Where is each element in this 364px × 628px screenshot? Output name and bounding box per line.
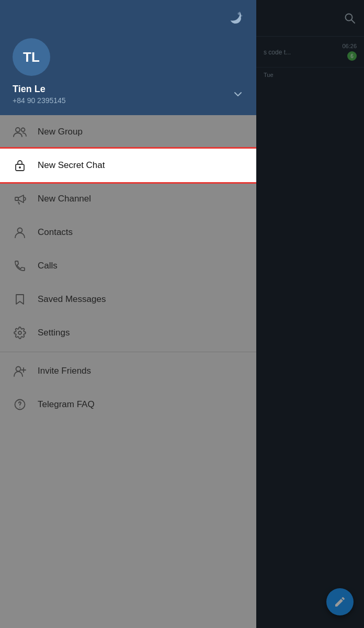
calls-label: Calls <box>38 261 58 271</box>
group-icon <box>13 125 27 139</box>
menu-item-calls[interactable]: Calls <box>0 249 256 283</box>
menu-item-settings[interactable]: Settings <box>0 316 256 350</box>
lock-icon <box>13 158 27 173</box>
menu-item-contacts[interactable]: Contacts <box>0 216 256 249</box>
invite-friends-label: Invite Friends <box>38 366 91 376</box>
user-avatar[interactable]: TL <box>13 38 50 76</box>
menu-item-new-channel[interactable]: New Channel <box>0 182 256 216</box>
person-add-icon <box>13 364 27 378</box>
menu-item-telegram-faq[interactable]: Telegram FAQ <box>0 388 256 421</box>
drawer-menu: New Group New Secret Chat <box>0 115 256 628</box>
telegram-faq-label: Telegram FAQ <box>38 399 95 410</box>
svg-point-7 <box>19 166 21 169</box>
new-group-label: New Group <box>38 127 83 137</box>
svg-point-2 <box>238 13 241 15</box>
user-info: Tien Le +84 90 2395145 <box>13 84 244 105</box>
drawer-header-top <box>13 10 244 25</box>
contacts-label: Contacts <box>38 227 73 238</box>
user-details: Tien Le +84 90 2395145 <box>13 84 66 105</box>
svg-point-10 <box>18 331 21 334</box>
menu-divider <box>0 352 256 352</box>
phone-icon <box>13 259 27 273</box>
menu-item-saved-messages[interactable]: Saved Messages <box>0 283 256 316</box>
new-channel-label: New Channel <box>38 194 91 204</box>
person-icon <box>13 225 27 240</box>
megaphone-icon <box>13 192 27 206</box>
menu-item-new-secret-chat[interactable]: New Secret Chat <box>0 149 256 182</box>
new-secret-chat-label: New Secret Chat <box>38 160 105 171</box>
menu-item-new-group[interactable]: New Group <box>0 115 256 149</box>
avatar-section: TL <box>13 33 244 76</box>
bookmark-icon <box>13 292 27 307</box>
svg-point-4 <box>16 128 20 132</box>
svg-point-11 <box>16 367 21 372</box>
gear-icon <box>13 326 27 340</box>
svg-rect-8 <box>15 197 18 200</box>
user-phone: +84 90 2395145 <box>13 96 66 105</box>
question-icon <box>13 397 27 412</box>
settings-label: Settings <box>38 328 70 338</box>
navigation-drawer: TL Tien Le +84 90 2395145 <box>0 0 256 628</box>
chevron-down-icon[interactable] <box>232 88 244 100</box>
drawer-header: TL Tien Le +84 90 2395145 <box>0 0 256 115</box>
svg-point-15 <box>19 407 20 408</box>
menu-item-invite-friends[interactable]: Invite Friends <box>0 354 256 388</box>
svg-point-3 <box>241 15 243 17</box>
svg-point-9 <box>18 228 22 233</box>
username: Tien Le <box>13 84 66 95</box>
saved-messages-label: Saved Messages <box>38 294 106 305</box>
svg-point-5 <box>21 128 25 132</box>
night-mode-icon[interactable] <box>228 10 244 25</box>
